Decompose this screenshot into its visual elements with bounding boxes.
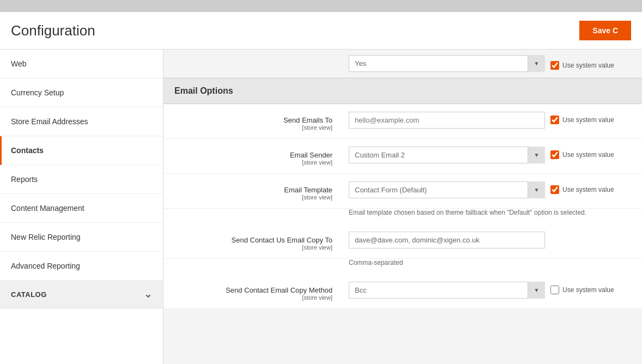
sidebar-item-store-email-addresses[interactable]: Store Email Addresses (0, 107, 163, 136)
sidebar-item-currency-setup[interactable]: Currency Setup (0, 78, 163, 107)
send-copy-method-scope: [store view] (174, 294, 332, 301)
sidebar-section-catalog: CATALOG ⌄ (0, 281, 163, 308)
send-copy-method-use-system-checkbox[interactable] (550, 286, 559, 294)
send-copy-method-use-system-wrap: Use system value (550, 282, 614, 294)
send-copy-to-scope: [store view] (174, 244, 332, 251)
email-options-header: Email Options (163, 78, 642, 104)
email-template-label: Email Template (284, 186, 332, 194)
sidebar-item-contacts[interactable]: Contacts (0, 136, 163, 165)
top-bar (0, 0, 642, 12)
page-title: Configuration (11, 22, 95, 39)
email-template-scope: [store view] (174, 194, 332, 201)
send-copy-to-row: Send Contact Us Email Copy To [store vie… (163, 224, 642, 259)
send-emails-to-scope: [store view] (174, 124, 332, 131)
header: Configuration Save C (0, 12, 642, 50)
send-emails-use-system-label: Use system value (562, 116, 614, 124)
send-copy-method-use-system-label: Use system value (562, 286, 614, 294)
sidebar-item-new-relic-reporting[interactable]: New Relic Reporting (0, 223, 163, 252)
send-emails-to-input[interactable] (349, 112, 545, 129)
email-sender-scope: [store view] (174, 159, 332, 166)
email-template-use-system-wrap: Use system value (550, 181, 614, 194)
store-view-row: Yes No Use system value (163, 50, 642, 78)
email-template-helper: Email template chosen based on theme fal… (349, 209, 586, 216)
send-copy-to-input[interactable] (349, 232, 545, 248)
email-sender-use-system-checkbox[interactable] (550, 150, 559, 159)
send-copy-method-select[interactable]: Bcc Cc Separate Email (349, 282, 545, 299)
save-button[interactable]: Save C (579, 21, 631, 40)
send-copy-method-select-wrap: Bcc Cc Separate Email (349, 282, 545, 299)
send-emails-to-label: Send Emails To (283, 116, 332, 124)
catalog-section-label: CATALOG (11, 290, 47, 299)
send-copy-to-helper: Comma-separated (349, 259, 403, 266)
send-emails-use-system-checkbox[interactable] (550, 116, 559, 124)
main-layout: Web Currency Setup Store Email Addresses… (0, 50, 642, 364)
email-sender-select[interactable]: Custom Email 1 Custom Email 2 Custom Ema… (349, 147, 545, 163)
sidebar-item-web[interactable]: Web (0, 50, 163, 78)
use-system-value-wrap: Use system value (550, 57, 614, 70)
use-system-value-checkbox[interactable] (550, 61, 559, 70)
send-copy-to-label: Send Contact Us Email Copy To (232, 236, 332, 244)
send-emails-to-row: Send Emails To [store view] Use system v… (163, 104, 642, 139)
email-template-helper-row: Email template chosen based on theme fal… (163, 209, 642, 224)
chevron-down-icon: ⌄ (144, 288, 153, 300)
sidebar-item-reports[interactable]: Reports (0, 165, 163, 194)
email-template-row: Email Template [store view] Contact Form… (163, 174, 642, 209)
send-copy-method-row: Send Contact Email Copy Method [store vi… (163, 274, 642, 309)
email-options-section: Email Options Send Emails To [store view… (163, 78, 642, 309)
send-copy-method-label: Send Contact Email Copy Method (226, 286, 332, 294)
email-template-use-system-label: Use system value (562, 186, 614, 193)
send-emails-use-system-wrap: Use system value (550, 112, 614, 124)
email-sender-use-system-label: Use system value (562, 151, 614, 159)
email-template-use-system-checkbox[interactable] (550, 185, 559, 194)
email-sender-label: Email Sender (290, 151, 332, 159)
use-system-value-label: Use system value (562, 62, 614, 69)
yes-select-wrap: Yes No (349, 55, 545, 72)
content-area: Yes No Use system value Email Options (163, 50, 642, 364)
email-sender-use-system-wrap: Use system value (550, 147, 614, 159)
email-template-select[interactable]: Contact Form (Default) (349, 181, 545, 198)
email-template-select-wrap: Contact Form (Default) (349, 181, 545, 198)
sidebar-item-content-management[interactable]: Content Management (0, 194, 163, 223)
catalog-section-header[interactable]: CATALOG ⌄ (0, 281, 163, 308)
email-sender-row: Email Sender [store view] Custom Email 1… (163, 139, 642, 174)
sidebar-item-advanced-reporting[interactable]: Advanced Reporting (0, 252, 163, 281)
yes-select[interactable]: Yes No (349, 55, 545, 72)
sidebar: Web Currency Setup Store Email Addresses… (0, 50, 163, 364)
send-copy-to-helper-row: Comma-separated (163, 259, 642, 274)
email-sender-select-wrap: Custom Email 1 Custom Email 2 Custom Ema… (349, 147, 545, 163)
